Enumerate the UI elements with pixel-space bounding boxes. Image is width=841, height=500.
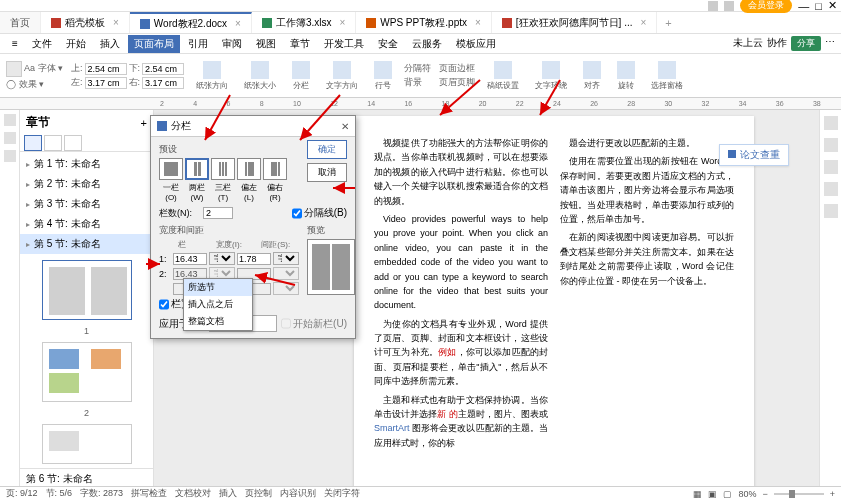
menu-sections[interactable]: 章节 [284, 35, 316, 53]
nav-item[interactable]: 第 5 节: 未命名 [20, 234, 153, 254]
tab-home[interactable]: 首页 [0, 12, 41, 33]
close-icon[interactable]: × [113, 17, 119, 28]
dialog-titlebar[interactable]: 分栏 ✕ [151, 116, 355, 137]
close-icon[interactable]: ✕ [828, 0, 837, 12]
menu-dev[interactable]: 开发工具 [318, 35, 370, 53]
close-icon[interactable]: × [475, 17, 481, 28]
menu-review[interactable]: 审阅 [216, 35, 248, 53]
preset-one[interactable] [159, 158, 183, 180]
margin-top[interactable]: 2.54 cm [85, 63, 127, 75]
menu-view[interactable]: 视图 [250, 35, 282, 53]
zoom-slider[interactable] [774, 493, 824, 495]
horizontal-ruler[interactable]: 2468101214161820222426283032343638 [0, 98, 841, 110]
zoom-in-icon[interactable]: + [830, 489, 835, 499]
paper-settings-button[interactable]: 稿纸设置 [483, 60, 523, 92]
share-button[interactable]: 分享 [791, 36, 821, 51]
more-icon[interactable] [824, 204, 838, 218]
align-button[interactable]: 对齐 [579, 60, 605, 92]
margin-right[interactable]: 3.17 cm [142, 77, 184, 89]
nav-tab-sections[interactable] [24, 135, 42, 151]
theme-icon[interactable] [6, 61, 22, 77]
thumbnail[interactable] [42, 260, 132, 320]
menu-insert[interactable]: 插入 [94, 35, 126, 53]
wordcount-status[interactable]: 字数: 2873 [80, 487, 123, 500]
close-icon[interactable]: ✕ [341, 121, 349, 132]
zoom-out-icon[interactable]: − [762, 489, 767, 499]
menu-template[interactable]: 模板应用 [450, 35, 502, 53]
view-icon[interactable]: ▢ [723, 489, 732, 499]
proof-status[interactable]: 文档校对 [175, 487, 211, 500]
page-status[interactable]: 页: 9/12 [6, 487, 38, 500]
selection-pane-button[interactable]: 选择窗格 [647, 60, 687, 92]
tab-template[interactable]: 稻壳模板× [41, 12, 130, 33]
grid-icon[interactable] [708, 1, 718, 11]
menu-hamburger[interactable]: ≡ [6, 36, 24, 51]
nav-add[interactable]: + [141, 117, 147, 129]
preset-right[interactable] [263, 158, 287, 180]
margin-bottom[interactable]: 2.54 cm [142, 63, 184, 75]
dropdown-item[interactable]: 整篇文档 [184, 313, 252, 330]
status-item[interactable]: 关闭字符 [324, 487, 360, 500]
cols-input[interactable] [203, 207, 233, 219]
menu-start[interactable]: 开始 [60, 35, 92, 53]
preset-three[interactable] [211, 158, 235, 180]
close-icon[interactable]: × [235, 18, 241, 29]
tab-word[interactable]: Word教程2.docx× [130, 12, 252, 33]
view-icon[interactable]: ▣ [708, 489, 717, 499]
textdir-button[interactable]: 文字方向 [322, 60, 362, 92]
menu-security[interactable]: 安全 [372, 35, 404, 53]
rotate-button[interactable]: 旋转 [613, 60, 639, 92]
divider-checkbox[interactable]: 分隔线(B) [292, 206, 347, 220]
papersize-button[interactable]: 纸张大小 [240, 60, 280, 92]
dropdown-item[interactable]: 所选节 [184, 279, 252, 296]
nav-item[interactable]: 第 1 节: 未命名 [20, 154, 153, 174]
maximize-icon[interactable]: □ [815, 0, 822, 12]
unit-select[interactable]: 字符 [273, 252, 299, 265]
paper-check-tag[interactable]: 论文查重 [719, 144, 789, 166]
tab-ppt[interactable]: WPS PPT教程.pptx× [356, 12, 492, 33]
select-icon[interactable] [824, 160, 838, 174]
preset-left[interactable] [237, 158, 261, 180]
skin-icon[interactable] [724, 1, 734, 11]
menu-more-icon[interactable]: ⋯ [825, 36, 835, 51]
wrap-button[interactable]: 文字环绕 [531, 60, 571, 92]
width-input[interactable] [173, 253, 207, 265]
nav-tab-2[interactable] [44, 135, 62, 151]
tab-add[interactable]: + [657, 12, 679, 33]
dropdown-item[interactable]: 插入点之后 [184, 296, 252, 313]
login-button[interactable]: 会员登录 [740, 0, 792, 13]
menu-references[interactable]: 引用 [182, 35, 214, 53]
nav-item[interactable]: 第 4 节: 未命名 [20, 214, 153, 234]
unit-select[interactable]: 字符 [209, 252, 235, 265]
orientation-button[interactable]: 纸张方向 [192, 60, 232, 92]
linenum-button[interactable]: 行号 [370, 60, 396, 92]
nav-item[interactable]: 第 2 节: 未命名 [20, 174, 153, 194]
tools-icon[interactable] [824, 116, 838, 130]
tab-other[interactable]: [狂欢狂欢阿德库阿节日] ...× [492, 12, 658, 33]
style-icon[interactable] [824, 138, 838, 152]
nav-tab-3[interactable] [64, 135, 82, 151]
status-item[interactable]: 页控制 [245, 487, 272, 500]
thumbs-icon[interactable] [4, 132, 16, 144]
nav-item[interactable]: 第 3 节: 未命名 [20, 194, 153, 214]
status-item[interactable]: 内容识别 [280, 487, 316, 500]
cloud-status[interactable]: 未上云 [733, 36, 763, 51]
margin-left[interactable]: 3.17 cm [85, 77, 127, 89]
coop-button[interactable]: 协作 [767, 36, 787, 51]
close-icon[interactable]: × [640, 17, 646, 28]
view-icon[interactable]: ▦ [693, 489, 702, 499]
thumbnail[interactable] [42, 424, 132, 464]
preset-two[interactable] [185, 158, 209, 180]
thumbnail[interactable] [42, 342, 132, 402]
menu-pagelayout[interactable]: 页面布局 [128, 35, 180, 53]
columns-button[interactable]: 分栏 [288, 60, 314, 92]
menu-file[interactable]: 文件 [26, 35, 58, 53]
spellcheck-status[interactable]: 拼写检查 [131, 487, 167, 500]
cancel-button[interactable]: 取消 [307, 163, 347, 182]
tab-excel[interactable]: 工作簿3.xlsx× [252, 12, 356, 33]
ok-button[interactable]: 确定 [307, 140, 347, 159]
spacing-input[interactable] [237, 253, 271, 265]
insert-mode[interactable]: 插入 [219, 487, 237, 500]
minimize-icon[interactable]: — [798, 0, 809, 12]
close-icon[interactable]: × [339, 17, 345, 28]
